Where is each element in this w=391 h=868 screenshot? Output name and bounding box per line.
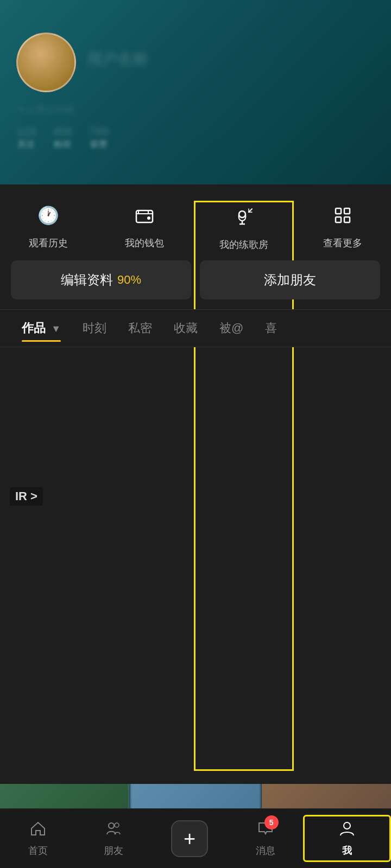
profile-stats: 123 关注 456 粉丝 789 获赞 bbox=[16, 125, 375, 150]
profile-row: 用户名称 bbox=[16, 33, 375, 92]
likes-count: 789 bbox=[89, 125, 109, 139]
add-friend-label: 添加朋友 bbox=[264, 271, 316, 289]
username: 用户名称 bbox=[87, 49, 375, 70]
profile-bio: 个人简介内容 bbox=[16, 103, 375, 116]
tab-works[interactable]: 作品 ▼ bbox=[11, 315, 72, 342]
following-label: 关注 bbox=[16, 139, 36, 150]
svg-line-3 bbox=[249, 209, 252, 212]
me-label: 我 bbox=[342, 844, 352, 857]
content-tabs: 作品 ▼ 时刻 私密 收藏 被@ 喜 bbox=[0, 309, 391, 347]
tab-liked[interactable]: 喜 bbox=[254, 315, 288, 342]
history-label: 观看历史 bbox=[29, 237, 68, 250]
svg-rect-7 bbox=[344, 208, 350, 214]
stat-fans[interactable]: 456 粉丝 bbox=[53, 125, 73, 150]
karaoke-label: 我的练歌房 bbox=[219, 238, 268, 251]
stat-following[interactable]: 123 关注 bbox=[16, 125, 36, 150]
add-friend-button[interactable]: 添加朋友 bbox=[200, 260, 380, 299]
history-icon: 🕐 bbox=[34, 201, 63, 230]
wallet-icon bbox=[130, 201, 159, 230]
watermark: IR > bbox=[10, 487, 43, 506]
svg-point-2 bbox=[239, 211, 245, 218]
wallet-label: 我的钱包 bbox=[125, 237, 164, 250]
messages-label: 消息 bbox=[256, 844, 275, 857]
karaoke-icon bbox=[229, 202, 258, 232]
edit-profile-button[interactable]: 编辑资料 90% bbox=[11, 260, 191, 299]
tab-moments[interactable]: 时刻 bbox=[72, 315, 117, 342]
avatar bbox=[16, 33, 76, 92]
likes-label: 获赞 bbox=[89, 139, 109, 150]
tab-arrow-icon: ▼ bbox=[51, 323, 61, 334]
more-label: 查看更多 bbox=[323, 237, 362, 250]
stat-likes[interactable]: 789 获赞 bbox=[89, 125, 109, 150]
friends-label: 朋友 bbox=[104, 844, 123, 857]
fans-count: 456 bbox=[53, 125, 73, 139]
tab-mentioned[interactable]: 被@ bbox=[209, 315, 254, 342]
home-label: 首页 bbox=[28, 844, 48, 857]
more-icon bbox=[328, 201, 357, 230]
profile-content: 用户名称 个人简介内容 123 关注 456 粉丝 789 获赞 bbox=[0, 33, 391, 150]
svg-point-1 bbox=[147, 216, 150, 220]
edit-percent: 90% bbox=[117, 273, 141, 287]
edit-label: 编辑资料 bbox=[61, 271, 113, 289]
plus-icon: + bbox=[184, 828, 195, 849]
avatar-image bbox=[18, 34, 74, 91]
fans-label: 粉丝 bbox=[53, 139, 73, 150]
tab-favorites[interactable]: 收藏 bbox=[163, 315, 209, 342]
profile-header: 用户名称 个人简介内容 123 关注 456 粉丝 789 获赞 bbox=[0, 0, 391, 184]
profile-info: 用户名称 bbox=[87, 49, 375, 75]
svg-rect-9 bbox=[344, 217, 350, 222]
svg-rect-6 bbox=[336, 208, 341, 214]
svg-rect-8 bbox=[336, 217, 341, 222]
tab-private[interactable]: 私密 bbox=[117, 315, 163, 342]
following-count: 123 bbox=[16, 125, 36, 139]
